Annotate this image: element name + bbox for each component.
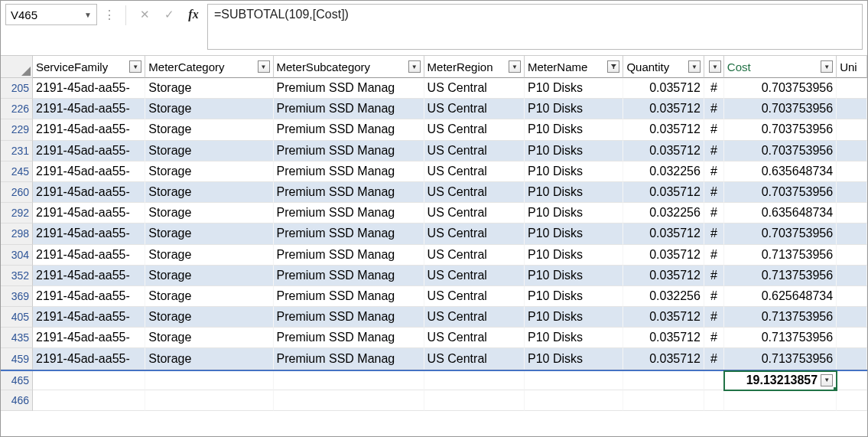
row-number[interactable]: 369 [1, 286, 33, 307]
cell-quantity[interactable]: 0.035712 [623, 245, 704, 266]
subtotal-cost-cell[interactable]: 19.13213857 ▼ [724, 371, 837, 390]
row-number[interactable]: 298 [1, 223, 33, 244]
cell-metercategory[interactable]: Storage [145, 266, 273, 286]
cell-meterregion[interactable]: US Central [424, 161, 525, 182]
row-number[interactable]: 245 [1, 161, 33, 182]
cell-metercategory[interactable]: Storage [145, 223, 273, 244]
cell-uni[interactable] [837, 266, 867, 286]
filter-dropdown-icon[interactable] [709, 60, 721, 73]
header-cost[interactable]: Cost [724, 56, 837, 78]
cell-narrow[interactable]: # [704, 78, 724, 99]
cell-metersubcategory[interactable]: Premium SSD Manag [274, 119, 424, 140]
cell[interactable] [145, 371, 273, 390]
cell-metername[interactable]: P10 Disks [525, 161, 623, 182]
chevron-down-icon[interactable]: ▼ [84, 11, 92, 19]
cell-metercategory[interactable]: Storage [145, 286, 273, 307]
cell-metersubcategory[interactable]: Premium SSD Manag [274, 161, 424, 182]
cell-quantity[interactable]: 0.035712 [623, 99, 704, 119]
cell-metercategory[interactable]: Storage [145, 119, 273, 140]
cell-metername[interactable]: P10 Disks [525, 119, 623, 140]
cell-servicefamily[interactable]: 2191-45ad-aa55- [33, 328, 145, 348]
cell-cost[interactable]: 0.703753956 [724, 182, 837, 203]
cell-servicefamily[interactable]: 2191-45ad-aa55- [33, 182, 145, 203]
cell-metersubcategory[interactable]: Premium SSD Manag [274, 245, 424, 266]
cell-quantity[interactable]: 0.035712 [623, 348, 704, 369]
cell-cost[interactable]: 0.625648734 [724, 286, 837, 307]
kebab-icon[interactable]: ⋮ [100, 4, 118, 25]
cell-narrow[interactable]: # [704, 182, 724, 203]
cell-cost[interactable]: 0.703753956 [724, 223, 837, 244]
cell-uni[interactable] [837, 99, 867, 119]
row-number[interactable]: 459 [1, 348, 33, 369]
header-meterregion[interactable]: MeterRegion [424, 56, 525, 78]
cell-metercategory[interactable]: Storage [145, 245, 273, 266]
cell-metercategory[interactable]: Storage [145, 328, 273, 348]
cell-metername[interactable]: P10 Disks [525, 141, 623, 161]
cell-narrow[interactable]: # [704, 328, 724, 348]
cell-cost[interactable]: 0.703753956 [724, 99, 837, 119]
cell-quantity[interactable]: 0.035712 [623, 141, 704, 161]
cell-metersubcategory[interactable]: Premium SSD Manag [274, 141, 424, 161]
cell-meterregion[interactable]: US Central [424, 141, 525, 161]
cell-servicefamily[interactable]: 2191-45ad-aa55- [33, 348, 145, 369]
cell-servicefamily[interactable]: 2191-45ad-aa55- [33, 266, 145, 286]
cell-metersubcategory[interactable]: Premium SSD Manag [274, 266, 424, 286]
cell-cost[interactable]: 0.703753956 [724, 119, 837, 140]
cell-cost[interactable]: 0.713753956 [724, 266, 837, 286]
cell-metersubcategory[interactable]: Premium SSD Manag [274, 348, 424, 369]
cell-narrow[interactable]: # [704, 203, 724, 223]
cell[interactable] [33, 371, 145, 390]
filter-dropdown-icon[interactable] [821, 60, 833, 73]
cell-meterregion[interactable]: US Central [424, 182, 525, 203]
cell-metercategory[interactable]: Storage [145, 203, 273, 223]
cell-cost[interactable]: 0.703753956 [724, 78, 837, 99]
cell[interactable] [623, 390, 704, 411]
cell-quantity[interactable]: 0.035712 [623, 307, 704, 328]
cell[interactable] [704, 390, 724, 411]
cell-meterregion[interactable]: US Central [424, 78, 525, 99]
cell-metername[interactable]: P10 Disks [525, 182, 623, 203]
filter-dropdown-icon[interactable] [258, 60, 270, 73]
cell[interactable] [274, 390, 424, 411]
formula-input[interactable]: =SUBTOTAL(109,[Cost]) [207, 4, 863, 50]
cell-metername[interactable]: P10 Disks [525, 328, 623, 348]
row-number[interactable]: 466 [1, 390, 33, 411]
cell-servicefamily[interactable]: 2191-45ad-aa55- [33, 99, 145, 119]
header-metersubcategory[interactable]: MeterSubcategory [274, 56, 424, 78]
cell-metername[interactable]: P10 Disks [525, 348, 623, 369]
cell-cost[interactable]: 0.635648734 [724, 161, 837, 182]
cell[interactable] [424, 371, 525, 390]
cell-servicefamily[interactable]: 2191-45ad-aa55- [33, 141, 145, 161]
cell[interactable] [33, 390, 145, 411]
cell-cost[interactable]: 0.713753956 [724, 348, 837, 369]
cell-quantity[interactable]: 0.032256 [623, 161, 704, 182]
cell-servicefamily[interactable]: 2191-45ad-aa55- [33, 203, 145, 223]
cell-cost[interactable]: 0.635648734 [724, 203, 837, 223]
cell-uni[interactable] [837, 328, 867, 348]
cell-metersubcategory[interactable]: Premium SSD Manag [274, 99, 424, 119]
cell-cost[interactable]: 0.713753956 [724, 245, 837, 266]
cell-narrow[interactable]: # [704, 161, 724, 182]
cell-servicefamily[interactable]: 2191-45ad-aa55- [33, 307, 145, 328]
cell-metername[interactable]: P10 Disks [525, 307, 623, 328]
row-number[interactable]: 405 [1, 307, 33, 328]
cell-metercategory[interactable]: Storage [145, 348, 273, 369]
cell-narrow[interactable]: # [704, 223, 724, 244]
cell-quantity[interactable]: 0.032256 [623, 203, 704, 223]
cell[interactable] [525, 390, 623, 411]
cell-servicefamily[interactable]: 2191-45ad-aa55- [33, 161, 145, 182]
cell-uni[interactable] [837, 161, 867, 182]
filter-active-icon[interactable] [607, 60, 619, 73]
cell-narrow[interactable]: # [704, 348, 724, 369]
filter-dropdown-icon[interactable] [408, 60, 421, 73]
cell-narrow[interactable]: # [704, 286, 724, 307]
filter-dropdown-icon[interactable] [129, 60, 141, 73]
cell-uni[interactable] [837, 307, 867, 328]
header-metername[interactable]: MeterName [525, 56, 623, 78]
cell[interactable] [837, 390, 867, 411]
cell[interactable] [424, 390, 525, 411]
cell-metersubcategory[interactable]: Premium SSD Manag [274, 286, 424, 307]
cell-metersubcategory[interactable]: Premium SSD Manag [274, 307, 424, 328]
filter-dropdown-icon[interactable] [688, 60, 701, 73]
cell-meterregion[interactable]: US Central [424, 223, 525, 244]
